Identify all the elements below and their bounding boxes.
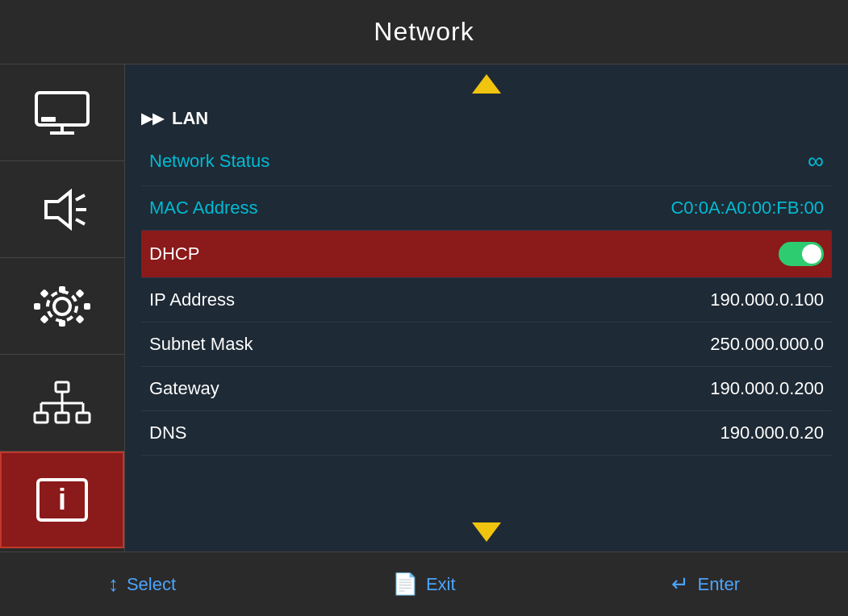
svg-line-5 xyxy=(76,195,85,200)
ip-address-row[interactable]: IP Address 190.000.0.100 xyxy=(141,278,832,323)
header: Network xyxy=(0,0,848,65)
lan-header: ▶▶ LAN xyxy=(141,100,832,137)
sidebar-item-network[interactable] xyxy=(0,355,124,452)
exit-icon: 📄 xyxy=(392,572,418,597)
svg-marker-4 xyxy=(46,192,70,227)
ip-address-label: IP Address xyxy=(149,289,235,310)
select-button[interactable]: ↕ Select xyxy=(108,572,176,597)
gateway-label: Gateway xyxy=(149,378,219,399)
main-layout: i ▶▶ LAN Network Status ∞ MAC Address xyxy=(0,65,848,551)
sidebar-item-audio[interactable] xyxy=(0,161,124,258)
double-arrow-icon: ▶▶ xyxy=(141,110,164,127)
info-icon: i xyxy=(30,476,94,524)
sidebar-item-settings[interactable] xyxy=(0,258,124,355)
gateway-row[interactable]: Gateway 190.000.0.200 xyxy=(141,367,832,411)
page-title: Network xyxy=(374,17,474,47)
svg-rect-13 xyxy=(84,303,90,310)
menu-area: ▶▶ LAN Network Status ∞ MAC Address C0:0… xyxy=(125,100,848,516)
mac-address-label: MAC Address xyxy=(149,198,258,219)
scroll-down[interactable] xyxy=(125,516,848,551)
svg-rect-11 xyxy=(59,320,65,327)
dhcp-row[interactable]: DHCP xyxy=(141,231,832,278)
scroll-up[interactable] xyxy=(125,65,848,100)
scroll-up-arrow[interactable] xyxy=(472,74,501,94)
select-icon: ↕ xyxy=(108,572,119,597)
scroll-down-arrow[interactable] xyxy=(472,522,501,542)
network-status-label: Network Status xyxy=(149,151,269,172)
svg-rect-16 xyxy=(40,314,48,323)
dns-value: 190.000.0.20 xyxy=(721,422,824,443)
exit-button[interactable]: 📄 Exit xyxy=(392,572,456,597)
audio-icon xyxy=(30,185,94,234)
network-icon xyxy=(30,379,94,427)
sidebar-item-display[interactable] xyxy=(0,65,124,161)
ip-address-value: 190.000.0.100 xyxy=(710,289,824,310)
svg-point-8 xyxy=(54,298,70,314)
svg-rect-12 xyxy=(34,303,40,310)
svg-rect-21 xyxy=(77,413,90,422)
enter-icon: ↵ xyxy=(671,572,689,597)
subnet-mask-row[interactable]: Subnet Mask 250.000.000.0 xyxy=(141,323,832,367)
network-status-row[interactable]: Network Status ∞ xyxy=(141,137,832,186)
sidebar: i xyxy=(0,65,125,551)
gear-icon xyxy=(30,282,94,331)
mac-address-value: C0:0A:A0:00:FB:00 xyxy=(670,198,824,219)
toggle-knob xyxy=(802,244,821,264)
svg-rect-15 xyxy=(75,289,84,298)
svg-text:i: i xyxy=(58,483,66,516)
footer: ↕ Select 📄 Exit ↵ Enter xyxy=(0,551,848,616)
svg-rect-20 xyxy=(56,413,69,422)
svg-point-9 xyxy=(48,292,77,321)
subnet-mask-value: 250.000.000.0 xyxy=(710,334,824,355)
content-area: ▶▶ LAN Network Status ∞ MAC Address C0:0… xyxy=(125,65,848,551)
mac-address-row[interactable]: MAC Address C0:0A:A0:00:FB:00 xyxy=(141,186,832,231)
monitor-icon xyxy=(30,89,94,137)
gateway-value: 190.000.0.200 xyxy=(710,378,824,399)
select-label: Select xyxy=(127,574,176,595)
svg-rect-10 xyxy=(59,286,65,293)
svg-rect-14 xyxy=(40,289,48,298)
dhcp-label: DHCP xyxy=(149,243,199,264)
svg-line-7 xyxy=(76,219,85,224)
sidebar-item-info[interactable]: i xyxy=(0,452,124,548)
dns-row[interactable]: DNS 190.000.0.20 xyxy=(141,411,832,456)
svg-rect-17 xyxy=(75,314,84,323)
dhcp-toggle[interactable] xyxy=(779,242,824,266)
enter-label: Enter xyxy=(697,574,740,595)
enter-button[interactable]: ↵ Enter xyxy=(671,572,740,597)
dns-label: DNS xyxy=(149,422,186,443)
svg-rect-19 xyxy=(35,413,48,422)
exit-label: Exit xyxy=(426,574,456,595)
svg-rect-3 xyxy=(41,117,56,122)
infinity-icon: ∞ xyxy=(808,148,824,174)
lan-label: LAN xyxy=(172,108,208,129)
svg-rect-18 xyxy=(56,382,69,392)
subnet-mask-label: Subnet Mask xyxy=(149,334,253,355)
